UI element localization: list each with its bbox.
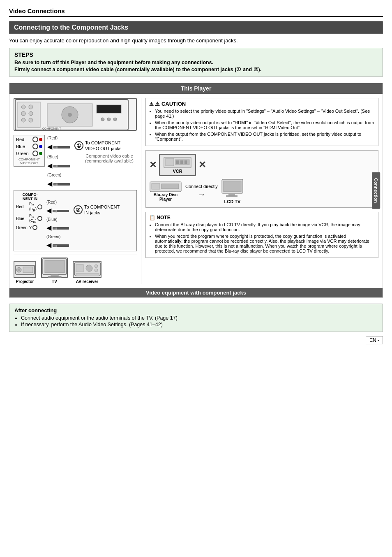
svg-rect-35 bbox=[45, 260, 65, 273]
lcd-tv: LCD TV bbox=[221, 179, 244, 204]
svg-rect-36 bbox=[51, 274, 58, 276]
in-blue-label: Blue bbox=[16, 216, 29, 221]
svg-point-4 bbox=[21, 111, 25, 116]
player-device-illustration: COMPONENT VIDEO OUT bbox=[14, 98, 137, 131]
svg-rect-56 bbox=[226, 195, 238, 197]
svg-rect-51 bbox=[152, 183, 160, 189]
circle-2: ② bbox=[74, 205, 83, 214]
pb-label: PB(CB) bbox=[29, 214, 37, 224]
svg-point-31 bbox=[18, 269, 20, 271]
svg-text:||||: |||| bbox=[54, 146, 58, 149]
diagram-body: COMPONENT VIDEO OUT Red bbox=[9, 94, 383, 288]
svg-rect-55 bbox=[228, 193, 235, 195]
connection-tab: Connection bbox=[372, 172, 380, 209]
svg-rect-47 bbox=[176, 160, 179, 164]
x-mark-1: ✕ bbox=[149, 160, 157, 170]
arrow-red: ◀ bbox=[47, 143, 52, 151]
projector-icon bbox=[14, 261, 36, 278]
page-title: Video Connections bbox=[9, 7, 383, 17]
steps-list: Be sure to turn off this Player and the … bbox=[14, 60, 378, 72]
green-cable-label: (Green) bbox=[47, 173, 61, 177]
svg-point-14 bbox=[113, 118, 117, 121]
svg-point-10 bbox=[68, 113, 72, 117]
vcr-diagram: ✕ VCR ✕ bbox=[145, 150, 378, 208]
vcr-device: VCR bbox=[159, 154, 196, 176]
svg-point-40 bbox=[86, 265, 92, 272]
svg-point-7 bbox=[29, 118, 33, 122]
svg-rect-11 bbox=[97, 105, 121, 113]
projector-label: Projector bbox=[16, 279, 34, 284]
svg-text:||||: |||| bbox=[54, 165, 58, 168]
caution-box: ⚠ ⚠ CAUTION You need to select the prior… bbox=[145, 98, 378, 146]
tv-item: TV bbox=[41, 258, 68, 284]
cable-desc: Component video cable(commercially avail… bbox=[85, 153, 134, 163]
tv-label: TV bbox=[52, 279, 57, 284]
x-mark-2: ✕ bbox=[198, 160, 206, 170]
svg-rect-45 bbox=[166, 158, 174, 166]
page-number: EN - bbox=[366, 336, 383, 344]
arrow-blue: ◀ bbox=[47, 162, 52, 169]
this-player-header: This Player bbox=[9, 83, 383, 94]
svg-rect-32 bbox=[23, 267, 33, 273]
y-label: Y bbox=[29, 225, 32, 230]
svg-text:||||: |||| bbox=[53, 209, 57, 213]
diagram-container: This Player bbox=[9, 83, 383, 298]
after-connecting-box: After connecting Connect audio equipment… bbox=[9, 304, 383, 332]
svg-text:||||: |||| bbox=[53, 227, 57, 230]
svg-text:COMPONENT: COMPONENT bbox=[42, 127, 61, 130]
lcd-tv-label: LCD TV bbox=[224, 199, 241, 204]
note-item-1: Connect the Blu-ray disc player to LCD T… bbox=[155, 222, 375, 232]
bluray-label: Blu-ray DiscPlayer bbox=[154, 193, 178, 202]
to-comp-in-label: To COMPONENTIN jacks bbox=[84, 204, 120, 216]
circle-1: ① bbox=[74, 141, 83, 150]
cable-connectors-out: (Red) ◀ |||| (Blue) ◀ |||| bbox=[47, 135, 72, 188]
component-in-jacks: COMPO-NENT IN Red PR(CR) Blue PB(CB) bbox=[16, 193, 44, 231]
steps-title: STEPS bbox=[14, 51, 378, 58]
cable-connectors-in: (Red) ◀ |||| (Blue) ◀ |||| bbox=[46, 193, 71, 249]
svg-rect-52 bbox=[161, 184, 179, 189]
note-item-2: When you record the program where copyri… bbox=[155, 234, 375, 253]
connect-directly-label: Connect directly bbox=[185, 184, 218, 189]
after-connecting-title: After connecting bbox=[14, 307, 378, 313]
after-connecting-list: Connect audio equipment or the audio ter… bbox=[14, 315, 378, 327]
blue-cable-label: (Blue) bbox=[47, 155, 58, 159]
vcr-label: VCR bbox=[173, 169, 182, 174]
svg-text:||||: |||| bbox=[53, 244, 57, 247]
svg-rect-43 bbox=[76, 274, 99, 276]
after-item-2: If necessary, perform the Audio Video Se… bbox=[21, 322, 378, 327]
connect-directly-arrow: Connect directly → bbox=[185, 184, 218, 199]
svg-rect-54 bbox=[224, 181, 241, 192]
right-column: ⚠ ⚠ CAUTION You need to select the prior… bbox=[141, 98, 378, 284]
svg-rect-49 bbox=[184, 160, 187, 164]
section-title: Connecting to the Component Jacks bbox=[9, 21, 383, 34]
in-red-label: Red bbox=[16, 204, 29, 209]
intro-text: You can enjoy accurate color reproductio… bbox=[9, 37, 383, 44]
equipment-row: Projector TV bbox=[14, 255, 137, 284]
caution-list: You need to select the priority video ou… bbox=[149, 109, 375, 142]
in-green-label: Green bbox=[16, 225, 29, 230]
svg-rect-39 bbox=[76, 265, 83, 272]
bluray-player: Blu-ray DiscPlayer bbox=[149, 181, 182, 202]
arrow-green: ◀ bbox=[47, 180, 52, 188]
note-list: Connect the Blu-ray disc player to LCD T… bbox=[149, 222, 375, 253]
steps-box: STEPS Be sure to turn off this Player an… bbox=[9, 48, 383, 77]
after-item-1: Connect audio equipment or the audio ter… bbox=[21, 315, 378, 321]
step-1: Be sure to turn off this Player and the … bbox=[14, 60, 378, 65]
blue-label-out: Blue bbox=[16, 144, 32, 149]
green-label-out: Green bbox=[16, 151, 32, 156]
comp-out-label: COMPONENTVIDEO OUT bbox=[16, 158, 42, 165]
tv-icon bbox=[41, 258, 68, 278]
svg-point-13 bbox=[107, 118, 111, 121]
note-icon: 📋 bbox=[149, 215, 155, 220]
to-comp-out-label: To COMPONENTVIDEO OUT jacks bbox=[85, 140, 121, 152]
caution-item-1: You need to select the priority video ou… bbox=[155, 109, 375, 118]
svg-point-41 bbox=[95, 265, 98, 268]
comp-in-title: COMPO-NENT IN bbox=[16, 193, 44, 201]
svg-rect-48 bbox=[180, 160, 183, 164]
av-receiver-item: AV receiver bbox=[73, 261, 101, 284]
svg-point-3 bbox=[29, 105, 33, 109]
component-out-jacks: Red Blue Green bbox=[14, 135, 45, 167]
svg-rect-37 bbox=[48, 276, 61, 278]
svg-text:||||: |||| bbox=[54, 183, 58, 186]
caution-item-2: When the priority video output is set to… bbox=[155, 120, 375, 130]
